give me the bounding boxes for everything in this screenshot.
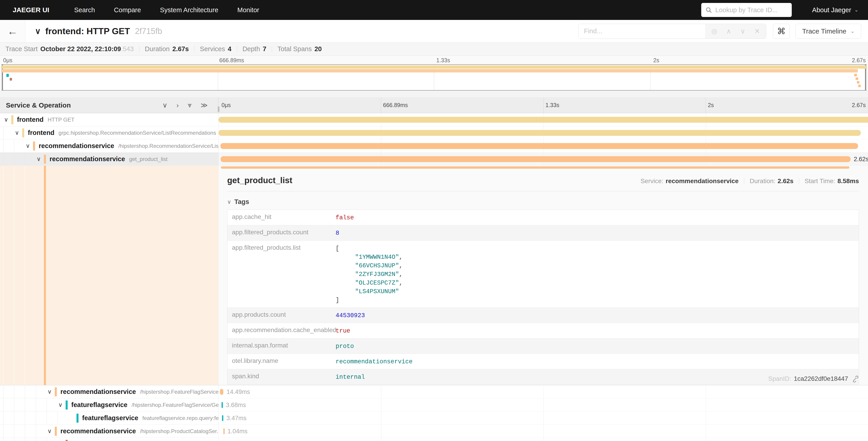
span-duration-bar[interactable] [220,143,858,149]
find-clear-icon[interactable]: ✕ [754,27,760,35]
chevron-down-icon[interactable]: ∨ [13,129,21,136]
span-timeline-cell[interactable]: 3.68ms [218,399,868,412]
top-nav: JAEGER UI SearchCompareSystem Architectu… [0,0,868,20]
json-string: "1YMWWN1N4O" [355,254,399,261]
indent-guide [3,140,3,152]
tag-row[interactable]: otel.library.namerecommendationservice [227,354,859,369]
start-time-value: 8.58ms [837,177,859,185]
span-row[interactable]: ∨frontendgrpc.hipstershop.Recommendation… [0,126,868,140]
trace-id-lookup[interactable] [701,3,792,17]
span-row[interactable]: ∨recommendationservice/hipstershop.Recom… [0,140,868,153]
span-row[interactable]: ∨recommendationservice/hipstershop.Produ… [0,425,868,438]
about-jaeger-menu[interactable]: About Jaeger ⌄ [812,6,859,14]
nav-item-search[interactable]: Search [74,6,95,14]
tag-row[interactable]: app.products.count44530923 [227,308,859,323]
time-tick-2-67s: 2.67s [852,102,866,109]
chevron-down-icon[interactable]: ∨ [2,116,10,123]
span-timeline-cell[interactable]: 14.49ms [218,385,868,399]
service-operation-header: Service & Operation ∨ › ⩔ ≫ ∥ [0,97,218,113]
collapse-one-level-icon[interactable]: ∨ [162,101,167,109]
indent-guide [3,438,3,441]
tag-row[interactable]: app.cache_hitfalse [227,210,859,225]
span-name-cell[interactable]: featureflagservicefeatureflagservice.rep… [0,412,218,425]
trace-id-lookup-input[interactable] [715,6,788,14]
trace-view-selector[interactable]: Trace Timeline ⌄ [796,24,861,39]
find-controls: ◎ ∧ ∨ ✕ [705,24,766,38]
span-timeline-cell[interactable] [218,113,868,126]
span-name-cell[interactable]: ∨recommendationserviceget_product_list [0,153,218,166]
tag-value: true [336,326,350,335]
json-comma: , [399,271,403,278]
tag-row[interactable]: span.kindinternal [227,369,859,384]
tag-row[interactable]: app.filtered_products.list["1YMWWN1N4O",… [227,241,859,308]
nav-item-system-architecture[interactable]: System Architecture [160,6,218,14]
chevron-down-icon[interactable]: ∨ [45,388,54,395]
tag-key: app.filtered_products.count [227,228,336,236]
span-timeline-cell[interactable]: 2.62s [218,153,868,166]
json-array-item: "1YMWWN1N4O", [336,253,403,262]
nav-item-monitor[interactable]: Monitor [237,6,259,14]
find-input[interactable] [579,24,705,38]
app-brand[interactable]: JAEGER UI [13,6,49,14]
span-row[interactable]: ∨recommendationservice/hipstershop.Featu… [0,385,868,399]
nav-item-compare[interactable]: Compare [114,6,141,14]
tag-row[interactable]: internal.span.formatproto [227,339,859,354]
tag-value: 44530923 [336,311,365,320]
expand-all-icon[interactable]: ≫ [201,101,208,109]
timeline-axis: 0μs666.89ms1.33s2s2.67s [218,97,868,113]
deep-link-icon[interactable] [852,375,859,382]
find-prev-icon[interactable]: ∧ [726,27,731,35]
chevron-down-icon[interactable]: ∨ [56,401,65,408]
span-timeline-cell[interactable] [218,438,868,441]
span-duration-bar[interactable] [221,402,223,408]
span-name-cell[interactable]: ∨frontendHTTP GET [0,113,218,126]
tag-string-value: proto [336,343,354,350]
span-row[interactable]: featureflagservicefeatureflagservice.rep… [0,412,868,425]
tag-bool-value: false [336,214,354,221]
collapse-all-icon[interactable]: ⩔ [188,101,192,109]
span-name-cell[interactable]: ∨frontendgrpc.hipstershop.Recommendation… [0,126,218,140]
tag-row[interactable]: app.recommendation.cache_enabledtrue [227,323,859,339]
expand-one-level-icon[interactable]: › [177,101,179,109]
service-operation-title: Service & Operation [6,101,71,109]
chevron-down-icon[interactable]: ∨ [45,428,54,435]
span-duration-bar[interactable] [220,389,223,395]
collapse-trace-detail-chevron-icon[interactable]: ∨ [35,27,41,36]
back-button[interactable]: ← [0,20,25,42]
span-duration-bar[interactable] [219,130,861,136]
chevron-down-icon[interactable]: ∨ [24,142,32,149]
keyboard-shortcuts-button[interactable]: ⌘ [773,24,790,39]
tag-string-value: recommendationservice [336,358,412,365]
span-duration-bar[interactable] [221,156,850,162]
span-row[interactable]: ∨recommendationserviceget_product_list2.… [0,153,868,166]
timeline-gridline [381,385,381,398]
service-label: Service: [641,177,663,185]
find-next-icon[interactable]: ∨ [740,27,745,35]
span-duration-bar[interactable] [219,117,868,123]
span-rows-top: ∨frontendHTTP GET∨frontendgrpc.hipstersh… [0,113,868,166]
span-row[interactable] [0,438,868,441]
span-timeline-cell[interactable] [218,126,868,140]
span-duration-bar[interactable] [223,428,225,434]
locate-icon[interactable]: ◎ [711,27,717,35]
span-timeline-cell[interactable]: 1.04ms [218,425,868,438]
span-name-cell[interactable]: ∨recommendationservice/hipstershop.Featu… [0,385,218,399]
column-resizer-handle[interactable]: ∥ [217,106,220,112]
span-timeline-cell[interactable]: 3.47ms [218,412,868,425]
span-name-cell[interactable]: ∨recommendationservice/hipstershop.Produ… [0,425,218,438]
minimap-span-mark [858,85,861,87]
tag-row[interactable]: app.filtered_products.count8 [227,225,859,241]
span-name-cell[interactable]: ∨recommendationservice/hipstershop.Recom… [0,140,218,153]
span-service-name: featureflagservice [71,401,127,409]
time-tick-0-s: 0μs [221,102,231,109]
span-row[interactable]: ∨frontendHTTP GET [0,113,868,126]
tags-accordion-toggle[interactable]: ∨ Tags [227,198,859,206]
span-operation-name: featureflagservice.repo.query:fe... [142,415,218,421]
chevron-down-icon[interactable]: ∨ [34,155,43,163]
span-duration-bar[interactable] [222,415,223,421]
span-row[interactable]: ∨featureflagservice/hipstershop.FeatureF… [0,399,868,412]
span-name-cell[interactable] [0,438,218,441]
minimap-canvas[interactable] [1,64,867,91]
span-timeline-cell[interactable] [218,140,868,153]
span-name-cell[interactable]: ∨featureflagservice/hipstershop.FeatureF… [0,399,218,412]
